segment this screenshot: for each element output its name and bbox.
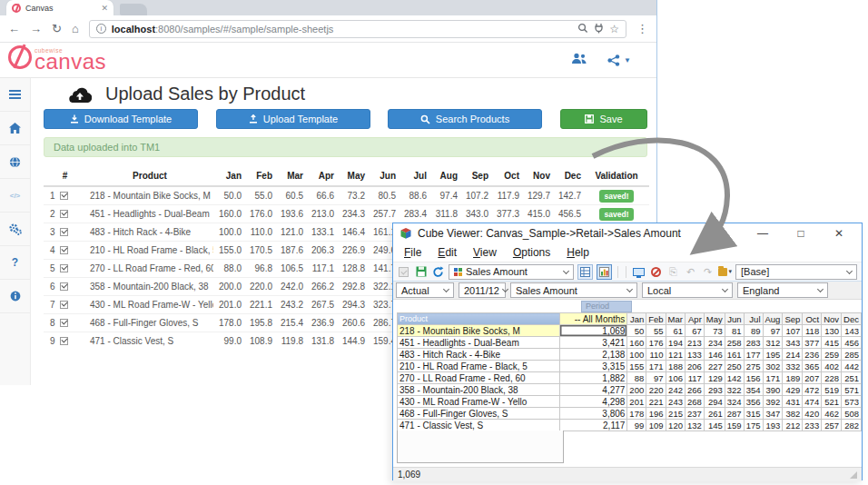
cube-title-bar[interactable]: Cube Viewer: Canvas_Sample->Retail->Sale…: [393, 223, 862, 243]
cube-value-cell[interactable]: 287: [725, 408, 744, 420]
folder-menu-icon[interactable]: ▾: [718, 265, 732, 279]
maximize-icon[interactable]: □: [784, 227, 817, 240]
cube-column-header[interactable]: Feb: [646, 313, 666, 325]
cube-value-cell[interactable]: 206: [685, 361, 704, 372]
url-bar[interactable]: i localhost:8080/samples/#/sample/sample…: [89, 20, 626, 38]
cube-row-label[interactable]: 471 - Classic Vest, S: [398, 420, 560, 431]
cube-column-header[interactable]: Dec: [842, 313, 862, 325]
cube-column-header[interactable]: Aug: [763, 313, 783, 325]
cube-value-cell[interactable]: 250: [725, 361, 744, 372]
cube-value-cell[interactable]: 142: [725, 372, 744, 384]
cube-value-cell[interactable]: 110: [646, 349, 666, 361]
cube-value-cell[interactable]: 88: [627, 372, 646, 384]
cube-value-cell[interactable]: 156: [744, 372, 763, 384]
cube-value-cell[interactable]: 462: [822, 408, 842, 420]
canvas-logo[interactable]: cubewise canvas: [8, 45, 106, 71]
cube-value-cell[interactable]: 573: [842, 396, 862, 408]
cube-value-cell[interactable]: 3,315: [560, 361, 627, 372]
cube-column-header[interactable]: May: [704, 313, 725, 325]
browser-tab[interactable]: Canvas ✕: [6, 0, 113, 15]
extension-icon[interactable]: [594, 23, 604, 35]
cube-value-cell[interactable]: 73: [704, 325, 725, 337]
cube-value-cell[interactable]: 251: [842, 372, 862, 384]
period-dimension-tab[interactable]: Period: [581, 301, 632, 312]
cube-value-cell[interactable]: 97: [646, 372, 666, 384]
upload-template-button[interactable]: Upload Template: [216, 109, 370, 129]
cube-value-cell[interactable]: 97: [763, 325, 783, 337]
sidebar-item-about[interactable]: [0, 280, 30, 313]
cube-value-cell[interactable]: 4,298: [560, 396, 627, 408]
menu-file[interactable]: File: [396, 246, 429, 259]
row-checkbox[interactable]: [60, 301, 68, 309]
cube-row-label[interactable]: 270 - LL Road Frame - Red, 60: [398, 372, 560, 384]
cube-value-cell[interactable]: 293: [704, 384, 725, 396]
cube-value-cell[interactable]: 120: [666, 420, 685, 431]
cube-value-cell[interactable]: 227: [704, 361, 725, 372]
sidebar-item-home[interactable]: [0, 112, 30, 145]
cube-value-cell[interactable]: 118: [803, 325, 822, 337]
cube-value-cell[interactable]: 261: [704, 408, 725, 420]
cube-value-cell[interactable]: 1,069: [560, 325, 627, 337]
cube-value-cell[interactable]: 377: [803, 337, 822, 349]
row-checkbox[interactable]: [60, 337, 68, 345]
cube-value-cell[interactable]: 100: [627, 349, 646, 361]
cube-value-cell[interactable]: 175: [744, 420, 763, 431]
cube-value-cell[interactable]: 392: [763, 396, 783, 408]
cube-value-cell[interactable]: 50: [627, 325, 646, 337]
menu-view[interactable]: View: [465, 246, 505, 259]
row-checkbox[interactable]: [60, 246, 68, 254]
menu-options[interactable]: Options: [505, 246, 558, 259]
scenario-select[interactable]: Actual: [396, 282, 454, 298]
cube-value-cell[interactable]: 285: [842, 349, 862, 361]
cube-value-cell[interactable]: 347: [763, 408, 783, 420]
cube-value-cell[interactable]: 390: [763, 384, 783, 396]
cube-value-cell[interactable]: 109: [646, 420, 666, 431]
page-info-icon[interactable]: i: [96, 24, 106, 34]
cube-value-cell[interactable]: 429: [783, 384, 803, 396]
cube-value-cell[interactable]: 237: [685, 408, 704, 420]
cube-value-cell[interactable]: 176: [646, 337, 666, 349]
cube-value-cell[interactable]: 257: [822, 420, 842, 431]
cube-column-header[interactable]: -- All Months: [560, 313, 627, 325]
row-checkbox[interactable]: [60, 319, 68, 327]
year-select[interactable]: 2011/12: [459, 282, 506, 298]
cube-value-cell[interactable]: 143: [842, 325, 862, 337]
save-snapshot-icon[interactable]: [414, 265, 428, 279]
cube-value-cell[interactable]: 107: [783, 325, 803, 337]
cube-value-cell[interactable]: 275: [744, 361, 763, 372]
cube-value-cell[interactable]: 294: [704, 396, 725, 408]
row-checkbox[interactable]: [60, 192, 68, 200]
cube-value-cell[interactable]: 382: [783, 408, 803, 420]
cube-value-cell[interactable]: 508: [842, 408, 862, 420]
cube-value-cell[interactable]: 160: [627, 337, 646, 349]
cube-row-label[interactable]: 218 - Mountain Bike Socks, M: [398, 325, 560, 337]
resize-grip[interactable]: [850, 471, 857, 479]
cube-value-cell[interactable]: 332: [783, 361, 803, 372]
cube-row-dimension-header[interactable]: Product: [398, 313, 560, 325]
cube-value-cell[interactable]: 188: [666, 361, 685, 372]
cube-value-cell[interactable]: 228: [822, 372, 842, 384]
menu-edit[interactable]: Edit: [429, 246, 465, 259]
share-menu[interactable]: ▼: [607, 54, 631, 66]
cube-value-cell[interactable]: 456: [842, 337, 862, 349]
cube-value-cell[interactable]: 571: [842, 384, 862, 396]
cube-value-cell[interactable]: 159: [725, 420, 744, 431]
cube-value-cell[interactable]: 207: [803, 372, 822, 384]
cube-value-cell[interactable]: 194: [666, 337, 685, 349]
cube-value-cell[interactable]: 234: [704, 337, 725, 349]
close-icon[interactable]: ✕: [823, 227, 855, 240]
cube-column-header[interactable]: Jun: [725, 313, 744, 325]
cube-value-cell[interactable]: 472: [803, 384, 822, 396]
cube-value-cell[interactable]: 356: [744, 396, 763, 408]
minimize-icon[interactable]: —: [746, 227, 779, 240]
cube-value-cell[interactable]: 283: [744, 337, 763, 349]
cube-column-header[interactable]: Mar: [666, 313, 685, 325]
cube-value-cell[interactable]: 193: [763, 420, 783, 431]
browser-menu-icon[interactable]: ⋮: [636, 22, 648, 35]
row-checkbox[interactable]: [60, 264, 68, 272]
cube-row-label[interactable]: 468 - Full-Finger Gloves, S: [398, 408, 560, 420]
cube-value-cell[interactable]: 258: [725, 337, 744, 349]
row-checkbox[interactable]: [60, 210, 68, 218]
measure-select[interactable]: Sales Amount: [449, 264, 574, 280]
cube-value-cell[interactable]: 146: [704, 349, 725, 361]
